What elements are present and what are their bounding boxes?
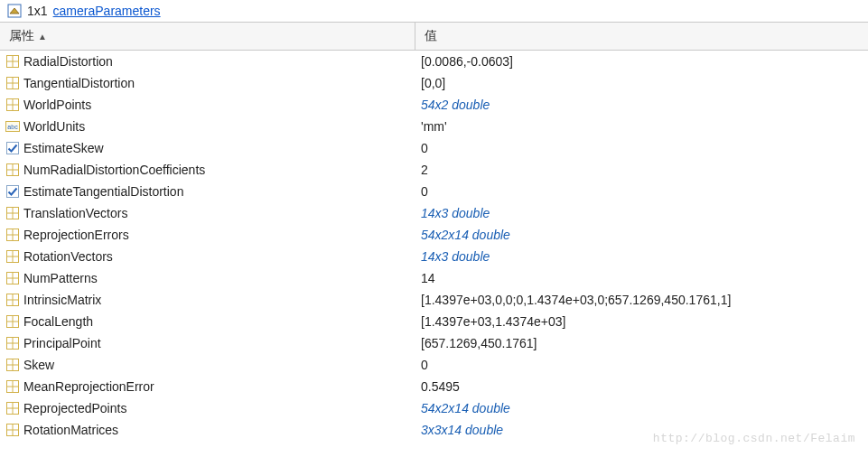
table-row[interactable]: Skew0 — [0, 354, 868, 376]
property-cell: ReprojectionErrors — [0, 228, 415, 242]
property-name: RotationVectors — [23, 249, 113, 264]
check-icon — [5, 141, 20, 155]
grid-icon — [5, 249, 20, 264]
grid-icon — [5, 271, 20, 285]
property-value: 0 — [415, 141, 868, 155]
property-cell: Skew — [0, 358, 415, 372]
property-name: RadialDistortion — [23, 54, 113, 69]
grid-icon — [5, 423, 20, 437]
property-table-body: RadialDistortion[0.0086,-0.0603] Tangent… — [0, 51, 868, 441]
property-cell: MeanReprojectionError — [0, 379, 415, 394]
property-name: Skew — [23, 358, 54, 372]
table-row[interactable]: IntrinsicMatrix[1.4397e+03,0,0;0,1.4374e… — [0, 289, 868, 311]
sort-ascending-icon: ▲ — [38, 32, 47, 42]
property-value[interactable]: 14x3 double — [415, 249, 868, 264]
property-name: IntrinsicMatrix — [23, 293, 101, 307]
property-name: ReprojectionErrors — [23, 228, 129, 242]
table-header: 属性 ▲ 值 — [0, 22, 868, 51]
table-row[interactable]: TangentialDistortion[0,0] — [0, 72, 868, 94]
property-name: RotationMatrices — [23, 423, 118, 437]
grid-icon — [5, 314, 20, 329]
table-row[interactable]: ReprojectionErrors54x2x14 double — [0, 224, 868, 246]
column-header-value[interactable]: 值 — [415, 23, 868, 50]
grid-icon — [5, 98, 20, 112]
property-cell: IntrinsicMatrix — [0, 293, 415, 307]
svg-text:abc: abc — [7, 124, 18, 130]
property-cell: RotationMatrices — [0, 423, 415, 437]
property-value[interactable]: 14x3 double — [415, 206, 868, 220]
property-name: TranslationVectors — [23, 206, 127, 220]
property-name: ReprojectedPoints — [23, 401, 126, 415]
table-row[interactable]: ReprojectedPoints54x2x14 double — [0, 397, 868, 419]
property-name: PrincipalPoint — [23, 336, 101, 350]
column-header-property-label: 属性 — [9, 28, 34, 44]
property-cell: EstimateTangentialDistortion — [0, 184, 415, 199]
grid-icon — [5, 54, 20, 69]
svg-rect-17 — [7, 186, 19, 198]
property-value: [0.0086,-0.0603] — [415, 54, 868, 69]
property-value: [657.1269,450.1761] — [415, 336, 868, 350]
table-row[interactable]: TranslationVectors14x3 double — [0, 202, 868, 224]
property-value: [1.4397e+03,1.4374e+03] — [415, 314, 868, 329]
property-value: [0,0] — [415, 76, 868, 90]
property-cell: TranslationVectors — [0, 206, 415, 220]
property-value[interactable]: 54x2x14 double — [415, 401, 868, 415]
table-row[interactable]: EstimateSkew0 — [0, 137, 868, 159]
property-value[interactable]: 54x2 double — [415, 98, 868, 112]
property-value: 2 — [415, 163, 868, 177]
property-cell: FocalLength — [0, 314, 415, 329]
table-row[interactable]: MeanReprojectionError0.5495 — [0, 376, 868, 397]
property-cell: ReprojectedPoints — [0, 401, 415, 415]
grid-icon — [5, 76, 20, 90]
grid-icon — [5, 401, 20, 415]
title-bar: 1x1 cameraParameters — [0, 0, 868, 22]
property-cell: TangentialDistortion — [0, 76, 415, 90]
svg-rect-13 — [7, 143, 19, 154]
table-row[interactable]: PrincipalPoint[657.1269,450.1761] — [0, 332, 868, 354]
property-name: EstimateTangentialDistortion — [23, 184, 183, 199]
property-value: [1.4397e+03,0,0;0,1.4374e+03,0;657.1269,… — [415, 293, 868, 307]
property-name: NumRadialDistortionCoefficients — [23, 163, 205, 177]
table-row[interactable]: abc WorldUnits'mm' — [0, 116, 868, 137]
property-value: 'mm' — [415, 119, 868, 134]
column-header-property[interactable]: 属性 ▲ — [0, 23, 415, 50]
property-cell: RadialDistortion — [0, 54, 415, 69]
property-name: TangentialDistortion — [23, 76, 135, 90]
table-row[interactable]: FocalLength[1.4397e+03,1.4374e+03] — [0, 311, 868, 332]
property-name: WorldPoints — [23, 98, 91, 112]
table-row[interactable]: NumPatterns14 — [0, 267, 868, 289]
property-value: 0 — [415, 184, 868, 199]
grid-icon — [5, 336, 20, 350]
table-row[interactable]: RadialDistortion[0.0086,-0.0603] — [0, 51, 868, 72]
grid-icon — [5, 206, 20, 220]
check-icon — [5, 184, 20, 199]
grid-icon — [5, 293, 20, 307]
column-header-value-label: 值 — [425, 28, 437, 44]
property-value: 14 — [415, 271, 868, 285]
table-row[interactable]: EstimateTangentialDistortion0 — [0, 181, 868, 202]
property-name: WorldUnits — [23, 119, 85, 134]
property-name: EstimateSkew — [23, 141, 104, 155]
table-row[interactable]: WorldPoints54x2 double — [0, 94, 868, 116]
class-icon — [7, 4, 22, 18]
class-link[interactable]: cameraParameters — [53, 4, 161, 18]
table-row[interactable]: NumRadialDistortionCoefficients2 — [0, 159, 868, 181]
property-value: 0 — [415, 358, 868, 372]
property-cell: abc WorldUnits — [0, 119, 415, 134]
property-value[interactable]: 3x3x14 double — [415, 423, 868, 437]
table-row[interactable]: RotationMatrices3x3x14 double — [0, 419, 868, 441]
grid-icon — [5, 358, 20, 372]
property-cell: PrincipalPoint — [0, 336, 415, 350]
grid-icon — [5, 379, 20, 394]
property-cell: NumPatterns — [0, 271, 415, 285]
property-name: NumPatterns — [23, 271, 98, 285]
table-row[interactable]: RotationVectors14x3 double — [0, 246, 868, 267]
property-name: MeanReprojectionError — [23, 379, 154, 394]
property-cell: RotationVectors — [0, 249, 415, 264]
property-name: FocalLength — [23, 314, 93, 329]
variable-size: 1x1 — [27, 4, 48, 18]
property-value[interactable]: 54x2x14 double — [415, 228, 868, 242]
grid-icon — [5, 228, 20, 242]
property-cell: WorldPoints — [0, 98, 415, 112]
grid-icon — [5, 163, 20, 177]
